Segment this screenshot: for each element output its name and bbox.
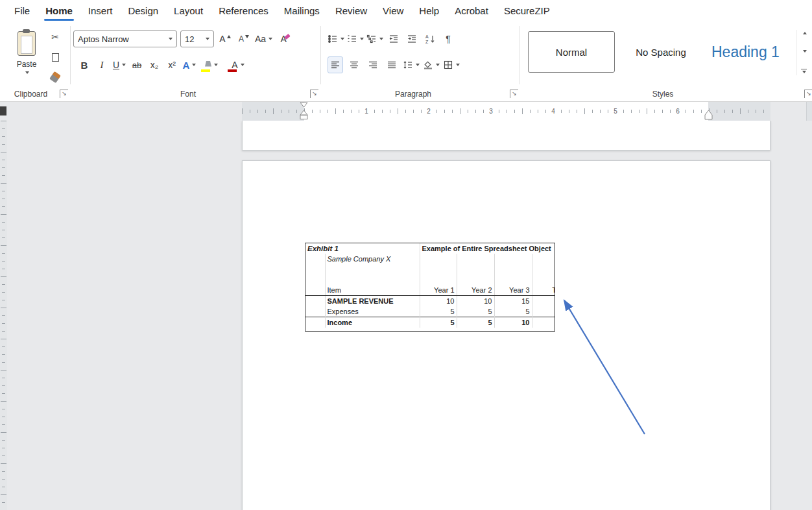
line-spacing-button[interactable] xyxy=(403,56,420,73)
format-painter-button[interactable] xyxy=(48,70,62,84)
callout-arrow[interactable] xyxy=(243,161,771,510)
gallery-down-icon[interactable] xyxy=(803,50,807,53)
cell-empty xyxy=(532,254,555,264)
change-case-button[interactable]: Aa xyxy=(255,30,272,47)
document-area[interactable]: Exhibit 1 Example of Entire Spreadsheet … xyxy=(0,121,812,510)
cell-empty xyxy=(305,285,325,296)
paragraph-dialog-launcher[interactable]: ↘ xyxy=(510,90,518,98)
table-row-company: Sample Company X xyxy=(305,254,555,264)
row-label-income: Income xyxy=(325,317,420,328)
cell-empty xyxy=(305,274,325,285)
expenses-year2: 5 xyxy=(457,306,494,317)
menu-tab-view[interactable]: View xyxy=(375,0,411,21)
borders-button[interactable] xyxy=(443,56,460,73)
menu-tab-mailings[interactable]: Mailings xyxy=(276,0,328,21)
right-indent-marker[interactable] xyxy=(704,102,713,121)
copy-button[interactable] xyxy=(48,50,62,64)
styles-gallery-scroll xyxy=(796,30,811,75)
style-normal[interactable]: Normal xyxy=(528,31,615,73)
clipboard-dialog-launcher[interactable]: ↘ xyxy=(60,90,68,98)
align-left-button[interactable] xyxy=(328,56,343,73)
menu-tab-file[interactable]: File xyxy=(6,0,38,21)
company-name: Sample Company X xyxy=(325,254,420,264)
menu-tab-references[interactable]: References xyxy=(211,0,276,21)
cut-button[interactable]: ✂ xyxy=(48,30,62,44)
table-row-blank xyxy=(305,264,555,274)
menu-tab-design[interactable]: Design xyxy=(120,0,166,21)
copy-icon xyxy=(52,53,59,62)
multilevel-list-button[interactable] xyxy=(366,30,383,47)
shading-icon xyxy=(423,60,433,70)
bold-button[interactable]: B xyxy=(77,56,92,73)
highlight-button[interactable] xyxy=(199,56,224,73)
table-row-title: Exhibit 1 Example of Entire Spreadsheet … xyxy=(305,243,555,254)
increase-indent-icon xyxy=(407,34,417,44)
highlighter-icon xyxy=(205,61,211,69)
style-heading-1[interactable]: Heading 1 xyxy=(707,31,790,73)
revenue-year1: 10 xyxy=(420,296,457,307)
numbering-icon xyxy=(347,34,357,44)
sort-button[interactable]: AZ xyxy=(422,30,438,47)
paste-button[interactable]: Paste xyxy=(9,29,44,93)
revenue-year2: 10 xyxy=(457,296,494,307)
menu-tab-insert[interactable]: Insert xyxy=(80,0,121,21)
style-no-spacing[interactable]: No Spacing xyxy=(617,31,704,73)
shrink-font-button[interactable]: A xyxy=(236,30,252,47)
pilcrow-icon: ¶ xyxy=(446,34,451,44)
shading-button[interactable] xyxy=(423,56,440,73)
align-right-button[interactable] xyxy=(365,56,381,73)
align-center-button[interactable] xyxy=(346,56,362,73)
document-page[interactable]: Exhibit 1 Example of Entire Spreadsheet … xyxy=(242,160,770,510)
line-spacing-icon xyxy=(403,60,413,70)
menu-tab-securezip[interactable]: SecureZIP xyxy=(496,0,558,21)
menu-tab-help[interactable]: Help xyxy=(411,0,447,21)
ruler-inch-1: 1 xyxy=(363,108,370,115)
strikethrough-button[interactable]: ab xyxy=(129,56,145,73)
cell-empty xyxy=(457,264,494,274)
tab-stop-selector[interactable] xyxy=(0,106,6,115)
text-effects-button[interactable]: A xyxy=(182,56,197,73)
font-dialog-launcher[interactable]: ↘ xyxy=(310,90,318,98)
subscript-button[interactable]: x₂ xyxy=(147,56,162,73)
styles-dialog-launcher[interactable]: ↘ xyxy=(804,90,812,98)
clear-formatting-button[interactable]: A xyxy=(276,30,291,47)
cell-empty xyxy=(420,254,457,264)
justify-button[interactable] xyxy=(384,56,400,73)
gallery-more-button[interactable] xyxy=(801,69,807,74)
horizontal-ruler[interactable]: 1 2 3 4 5 6 xyxy=(0,102,812,121)
clear-formatting-glyph: A xyxy=(280,34,286,44)
row-label-revenue: SAMPLE REVENUE xyxy=(325,296,420,307)
cell-empty xyxy=(305,317,325,328)
gallery-up-icon[interactable] xyxy=(803,32,807,34)
menu-tab-acrobat[interactable]: Acrobat xyxy=(447,0,496,21)
superscript-button[interactable]: x² xyxy=(164,56,180,73)
embedded-spreadsheet-object[interactable]: Exhibit 1 Example of Entire Spreadsheet … xyxy=(305,243,555,332)
cell-empty xyxy=(457,254,494,264)
justify-icon xyxy=(387,60,397,70)
previous-page-bottom[interactable] xyxy=(242,121,770,151)
vertical-ruler[interactable] xyxy=(0,121,7,510)
text-effects-glyph: A xyxy=(183,60,190,71)
bullets-button[interactable] xyxy=(328,30,344,47)
numbering-button[interactable] xyxy=(347,30,364,47)
decrease-indent-button[interactable] xyxy=(386,30,401,47)
cell-empty xyxy=(532,306,555,317)
menu-tab-review[interactable]: Review xyxy=(328,0,375,21)
font-size-combobox[interactable]: 12 xyxy=(180,30,214,47)
more-line-icon xyxy=(801,69,807,70)
show-paragraph-marks-button[interactable]: ¶ xyxy=(440,30,456,47)
font-name-combobox[interactable]: Aptos Narrow xyxy=(73,30,177,47)
col-header-year3: Year 3 xyxy=(494,285,532,296)
change-case-glyph: Aa xyxy=(255,34,266,44)
font-size-value: 12 xyxy=(185,34,194,44)
grow-font-button[interactable]: A xyxy=(217,30,233,47)
menu-tab-home[interactable]: Home xyxy=(38,0,80,21)
font-color-button[interactable]: A xyxy=(226,56,250,73)
italic-button[interactable]: I xyxy=(94,56,110,73)
ruler-inch-5: 5 xyxy=(612,108,619,115)
menu-tab-layout[interactable]: Layout xyxy=(166,0,211,21)
left-indent-marker[interactable] xyxy=(299,102,309,121)
underline-button[interactable]: U xyxy=(112,56,127,73)
style-no-spacing-label: No Spacing xyxy=(636,47,686,58)
increase-indent-button[interactable] xyxy=(404,30,420,47)
